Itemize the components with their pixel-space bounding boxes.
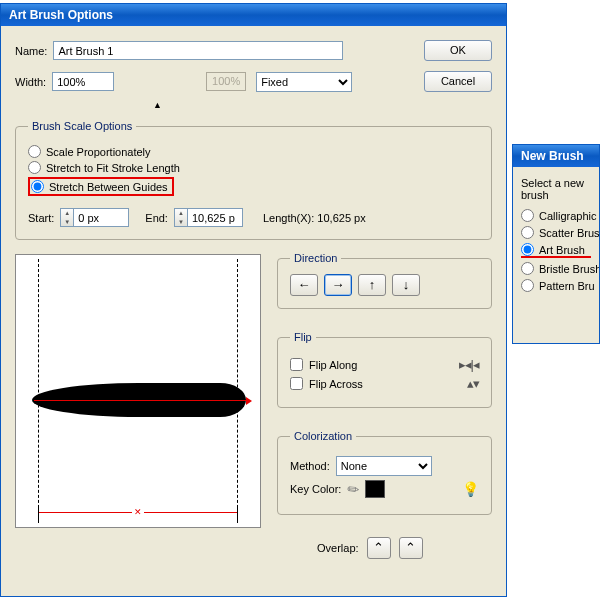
selected-option-highlight: Stretch Between Guides — [28, 177, 174, 196]
guide-left — [38, 259, 39, 523]
brush-preview: ✕ — [15, 254, 261, 528]
overlap-option1-button[interactable]: ⌃ — [367, 537, 391, 559]
overlap-label: Overlap: — [317, 542, 359, 554]
slider-caret-icon: ▲ — [153, 100, 162, 110]
brush-scale-legend: Brush Scale Options — [28, 120, 136, 132]
stretch-guides-radio[interactable]: Stretch Between Guides — [31, 180, 168, 193]
flip-along-icon: ▸◂|◂ — [459, 357, 479, 372]
flip-across-icon: ▴▾ — [467, 376, 479, 391]
bristle-brush-radio[interactable]: Bristle Brush — [521, 262, 591, 275]
art-brush-radio[interactable]: Art Brush — [521, 243, 591, 258]
art-brush-options-dialog: Art Brush Options Name: OK Width: 100% F… — [0, 3, 507, 597]
direction-fieldset: Direction ← → ↑ ↓ — [277, 252, 492, 309]
name-input[interactable] — [53, 41, 343, 60]
flip-fieldset: Flip Flip Along ▸◂|◂ Flip Across ▴▾ — [277, 331, 492, 408]
name-label: Name: — [15, 45, 47, 57]
direction-up-button[interactable]: ↑ — [358, 274, 386, 296]
end-input[interactable]: ▲▼ — [174, 208, 243, 227]
key-color-swatch[interactable] — [365, 480, 385, 498]
overlap-option2-button[interactable]: ⌃ — [399, 537, 423, 559]
method-label: Method: — [290, 460, 330, 472]
length-readout: Length(X): 10,625 px — [263, 212, 366, 224]
direction-left-button[interactable]: ← — [290, 274, 318, 296]
scale-proportionately-radio[interactable]: Scale Proportionately — [28, 145, 479, 158]
width-label: Width: — [15, 76, 46, 88]
new-brush-dialog: New Brush Select a new brush Calligraphi… — [512, 144, 600, 344]
dimension-x-icon: ✕ — [132, 507, 144, 517]
tips-icon[interactable]: 💡 — [462, 481, 479, 497]
key-color-label: Key Color: — [290, 483, 341, 495]
width-mode-select[interactable]: Fixed — [256, 72, 352, 92]
colorization-fieldset: Colorization Method: None Key Color: ✎ 💡 — [277, 430, 492, 515]
direction-legend: Direction — [290, 252, 341, 264]
dialog-title: Art Brush Options — [1, 4, 506, 26]
calligraphic-radio[interactable]: Calligraphic — [521, 209, 591, 222]
new-brush-title: New Brush — [513, 145, 599, 167]
width-input[interactable] — [52, 72, 114, 91]
width-disabled-field: 100% — [206, 72, 246, 91]
cancel-button[interactable]: Cancel — [424, 71, 492, 92]
start-label: Start: — [28, 212, 54, 224]
brush-scale-fieldset: Brush Scale Options Scale Proportionatel… — [15, 120, 492, 240]
scatter-brush-radio[interactable]: Scatter Brus — [521, 226, 591, 239]
flip-across-checkbox[interactable]: Flip Across ▴▾ — [290, 376, 479, 391]
direction-line-icon — [34, 400, 248, 401]
eyedropper-icon[interactable]: ✎ — [344, 479, 363, 499]
method-select[interactable]: None — [336, 456, 432, 476]
end-label: End: — [145, 212, 168, 224]
colorization-legend: Colorization — [290, 430, 356, 442]
new-brush-prompt: Select a new brush — [521, 177, 591, 201]
stretch-fit-radio[interactable]: Stretch to Fit Stroke Length — [28, 161, 479, 174]
flip-legend: Flip — [290, 331, 316, 343]
start-input[interactable]: ▲▼ — [60, 208, 129, 227]
direction-right-button[interactable]: → — [324, 274, 352, 296]
width-slider[interactable]: ▲ — [75, 100, 275, 110]
direction-down-button[interactable]: ↓ — [392, 274, 420, 296]
ok-button[interactable]: OK — [424, 40, 492, 61]
flip-along-checkbox[interactable]: Flip Along ▸◂|◂ — [290, 357, 479, 372]
pattern-brush-radio[interactable]: Pattern Bru — [521, 279, 591, 292]
